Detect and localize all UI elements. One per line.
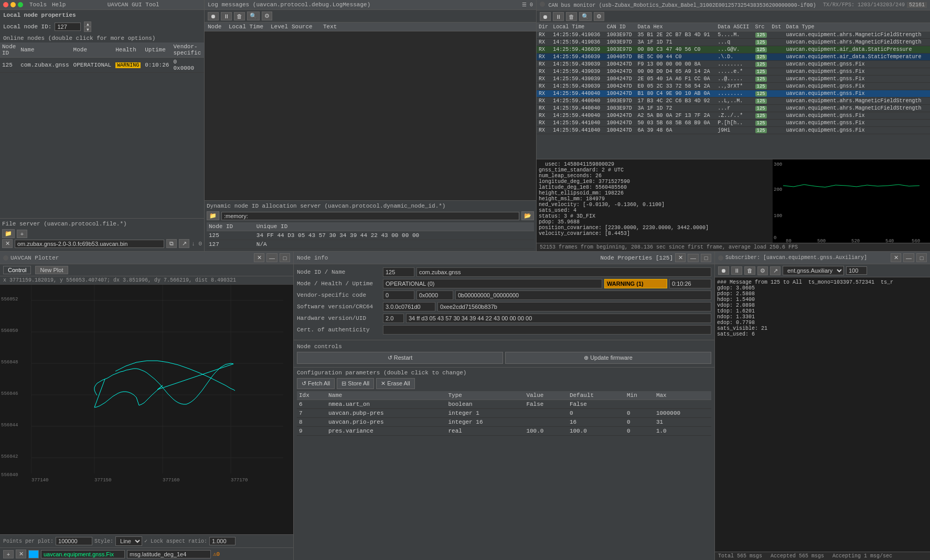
new-plot-tab[interactable]: New Plot — [35, 266, 68, 274]
can-table-row[interactable]: RX 14:25:59.440040 1003E97D 3A 1F 1D 72 … — [537, 105, 930, 112]
can-table-row[interactable]: RX 14:25:59.440040 1004247D A2 5A B0 0A … — [537, 112, 930, 120]
config-table-row[interactable]: 9 pres.variance real 100.0 100.0 0 1.0 — [297, 427, 711, 436]
sub-channel-select[interactable]: ent.gnss.Auxiliary — [783, 266, 844, 275]
log-messages-header: Log messages (uavcan.protocol.debug.LogM… — [205, 0, 536, 10]
can-clear-btn[interactable]: 🗑 — [566, 12, 577, 21]
can-search-btn[interactable]: 🔍 — [579, 12, 592, 21]
svg-text:556040: 556040 — [1, 472, 18, 478]
sub-pause-btn[interactable]: ⏸ — [731, 266, 742, 275]
can-pause-btn[interactable]: ⏸ — [553, 12, 564, 21]
style-select[interactable]: Line — [115, 536, 142, 546]
file-path-input[interactable] — [15, 240, 164, 248]
lock-input[interactable] — [209, 537, 236, 545]
can-table-row[interactable]: RX 14:25:59.439039 1004247D 2E 05 40 1A … — [537, 76, 930, 83]
plotter-add-row: + ✕ ⚠0 — [0, 547, 293, 560]
svg-text:100: 100 — [774, 213, 782, 219]
sub-clear-btn[interactable]: 🗑 — [744, 266, 755, 275]
sw-version-field — [383, 302, 435, 311]
can-table-row[interactable]: RX 14:25:59.419036 1003E97D 35 B1 2E 2C … — [537, 31, 930, 39]
erase-all-btn[interactable]: ✕ Erase All — [376, 378, 414, 389]
vendor-bin-field — [455, 290, 711, 300]
update-firmware-btn[interactable]: ⊕ Update firmware — [505, 352, 711, 364]
dyn-path-btn[interactable]: 📁 — [207, 211, 219, 220]
plotter-panel: UAVCAN Plotter ✕ — □ Control New Plot x … — [0, 252, 294, 560]
can-table-row[interactable]: RX 14:25:59.419036 1003E97D 3A 1F 1D 71 … — [537, 39, 930, 46]
dyn-folder-btn[interactable]: 📂 — [521, 211, 534, 220]
sub-filter-btn[interactable]: ⚙ — [757, 266, 768, 275]
svg-rect-0 — [773, 159, 930, 243]
node-id-up-btn[interactable]: ▲ — [84, 21, 91, 27]
tools-menu[interactable]: Tools — [29, 2, 47, 8]
can-table-row[interactable]: RX 14:25:59.440040 1003E97D 17 B3 4C 2C … — [537, 98, 930, 105]
node-info-close-btn[interactable]: ✕ — [675, 253, 686, 262]
help-menu[interactable]: Help — [52, 2, 66, 8]
window-close-btn[interactable] — [3, 2, 8, 7]
points-input[interactable] — [56, 537, 92, 545]
config-table-row[interactable]: 6 nmea.uart_on boolean False False — [297, 400, 711, 409]
can-table-row[interactable]: RX 14:25:59.440040 1004247D B1 80 C4 9E … — [537, 90, 930, 98]
can-table-row[interactable]: RX 14:25:59.441040 1004247D 6A 39 48 6A … — [537, 127, 930, 134]
plot-remove-btn[interactable]: ✕ — [16, 550, 26, 558]
subscriber-panel: Subscriber: [uavcan.equipment.gnss.Auxil… — [715, 252, 930, 560]
sub-expand-btn[interactable]: ↗ — [770, 266, 781, 275]
control-tab[interactable]: Control — [3, 266, 31, 274]
window-maximize-btn[interactable] — [18, 2, 23, 7]
file-copy-btn[interactable]: ⧉ — [166, 239, 177, 248]
can-filter-btn[interactable]: ⚙ — [594, 12, 604, 21]
file-server-path-btn[interactable]: 📁 — [2, 229, 15, 238]
sub-count-input[interactable] — [846, 266, 867, 275]
can-icon — [540, 2, 545, 7]
can-record-btn[interactable]: ⏺ — [540, 12, 551, 21]
log-clear-btn[interactable]: 🗑 — [234, 12, 245, 20]
log-table-header: Node Local Time Level Source Text — [205, 23, 536, 31]
plotter-min-btn[interactable]: — — [266, 253, 277, 262]
can-scroll-area[interactable]: Dir Local Time CAN ID Data Hex Data ASCI… — [537, 23, 930, 159]
svg-text:556048: 556048 — [1, 360, 18, 365]
window-minimize-btn[interactable] — [10, 2, 16, 7]
node-info-max-btn[interactable]: □ — [701, 254, 711, 262]
store-all-btn[interactable]: ⊟ Store All — [337, 378, 374, 389]
can-data-text: usec: 1458041159800029 gnss_time_standar… — [537, 159, 773, 243]
plotter-close-btn[interactable]: ✕ — [254, 253, 264, 262]
node-info-min-btn[interactable]: — — [688, 254, 699, 262]
sw-crc-field — [437, 302, 711, 311]
plot-field-input[interactable] — [127, 550, 211, 558]
table-row[interactable]: 125 com.zubax.gnss OPERATIONAL WARNING 0… — [0, 58, 204, 73]
log-pause-btn[interactable]: ⏸ — [221, 12, 232, 20]
svg-text:556046: 556046 — [1, 391, 18, 396]
fetch-all-btn[interactable]: ↺ Fetch All — [297, 378, 335, 389]
node-id-field[interactable] — [383, 267, 414, 277]
can-table-row[interactable]: RX 14:25:59.441040 1004247D 50 03 5B 68 … — [537, 120, 930, 127]
config-table-row[interactable]: 7 uavcan.pubp-pres integer 1 0 0 1000000 — [297, 409, 711, 418]
dynamic-node-table: Node ID Unique ID 125 34 FF 44 D3 05 43 … — [207, 222, 534, 249]
log-toolbar: ⏺ ⏸ 🗑 🔍 ⚙ — [205, 10, 536, 23]
sub-min-btn[interactable]: — — [903, 253, 914, 262]
node-id-down-btn[interactable]: ▼ — [84, 27, 91, 32]
local-node-section: Local node properties — [0, 10, 204, 20]
plot-add-btn[interactable]: + — [3, 550, 14, 558]
can-table-row[interactable]: RX 14:25:59.439039 1004247D 00 00 D0 D4 … — [537, 68, 930, 76]
svg-text:560: 560 — [912, 239, 920, 243]
node-name-field[interactable] — [416, 267, 711, 277]
node-info-title: Node info — [297, 255, 328, 261]
file-open-btn[interactable]: ↗ — [179, 239, 189, 248]
log-search-btn[interactable]: 🔍 — [247, 12, 260, 20]
config-table-row[interactable]: 8 uavcan.prio-pres integer 16 16 0 31 — [297, 418, 711, 427]
plot-channel-input[interactable] — [41, 550, 125, 558]
sub-record-btn[interactable]: ⏺ — [718, 266, 729, 275]
can-table-row[interactable]: RX 14:25:59.436039 1003E97D 00 80 C3 47 … — [537, 46, 930, 53]
dyn-path-input[interactable] — [221, 212, 519, 220]
log-filter-btn[interactable]: ⚙ — [262, 12, 272, 20]
can-table-row[interactable]: RX 14:25:59.436039 1004057D BE 5C 00 44 … — [537, 53, 930, 61]
file-server-add-btn[interactable]: + — [17, 230, 27, 238]
sub-close-btn[interactable]: ✕ — [891, 253, 901, 262]
file-server-remove-btn[interactable]: ✕ — [2, 239, 13, 248]
plot-color-btn[interactable] — [28, 550, 39, 558]
restart-btn[interactable]: ↺ Restart — [297, 352, 503, 364]
sub-max-btn[interactable]: □ — [916, 253, 927, 262]
local-node-id-input[interactable] — [55, 23, 81, 31]
plotter-max-btn[interactable]: □ — [280, 253, 290, 262]
can-table-row[interactable]: RX 14:25:59.439039 1004247D E0 05 2C 33 … — [537, 83, 930, 90]
log-record-btn[interactable]: ⏺ — [208, 12, 219, 20]
can-table-row[interactable]: RX 14:25:59.439039 1004247D F9 13 00 00 … — [537, 61, 930, 68]
